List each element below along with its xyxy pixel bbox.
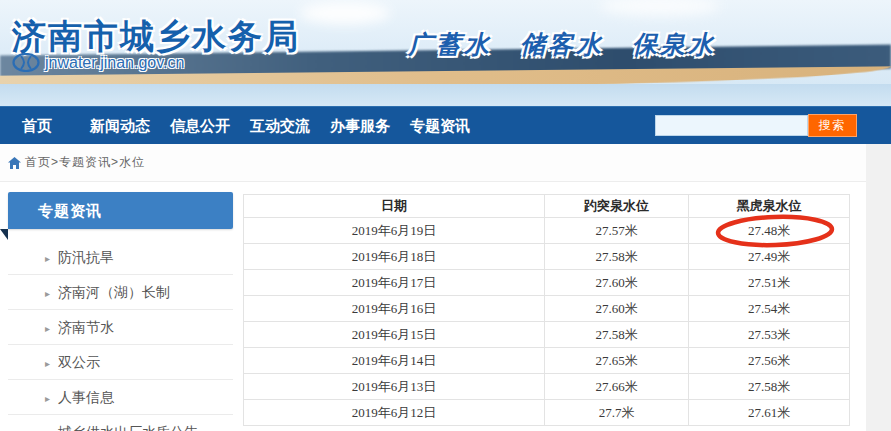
- main-nav: 首页 新闻动态 信息公开 互动交流 办事服务 专题资讯 搜索: [0, 106, 891, 144]
- nav-item-home[interactable]: 首页: [22, 107, 52, 145]
- date-cell: 2019年6月16日: [244, 296, 545, 322]
- nav-item-info-disclosure[interactable]: 信息公开: [170, 107, 230, 145]
- nav-item-news[interactable]: 新闻动态: [90, 107, 150, 145]
- cloud-decoration: [600, 0, 720, 16]
- date-cell: 2019年6月18日: [244, 244, 545, 270]
- sidebar-item-personnel-info[interactable]: ▸人事信息: [8, 380, 233, 415]
- table-row: 2019年6月19日 27.57米 27.48米: [244, 218, 850, 244]
- sidebar-menu: ▸防汛抗旱 ▸济南河（湖）长制 ▸济南节水 ▸双公示 ▸人事信息 ▸城乡供水出厂…: [8, 240, 233, 431]
- breadcrumb: 首页>专题资讯>水位: [0, 144, 866, 182]
- baotu-level-cell: 27.65米: [545, 348, 689, 374]
- black-tiger-level-cell: 27.56米: [689, 348, 850, 374]
- sidebar-item-water-quality[interactable]: ▸城乡供水出厂水质公告: [8, 415, 233, 431]
- site-banner: 济南市城乡水务局 jnwater.jinan.gov.cn 广蓄水 储客水 保泉…: [0, 0, 891, 106]
- table-row: 2019年6月12日 27.7米 27.61米: [244, 400, 850, 426]
- table-header-row: 日期 趵突泉水位 黑虎泉水位: [244, 195, 850, 218]
- water-level-table-container: 日期 趵突泉水位 黑虎泉水位 2019年6月19日 27.57米 27.48米 …: [243, 194, 849, 426]
- date-cell: 2019年6月13日: [244, 374, 545, 400]
- date-cell: 2019年6月14日: [244, 348, 545, 374]
- site-slogan: 广蓄水 储客水 保泉水: [408, 28, 716, 61]
- baotu-level-cell: 27.58米: [545, 322, 689, 348]
- col-header-baotu-spring: 趵突泉水位: [545, 195, 689, 218]
- table-row: 2019年6月15日 27.58米 27.53米: [244, 322, 850, 348]
- table-row: 2019年6月17日 27.60米 27.51米: [244, 270, 850, 296]
- black-tiger-level-cell: 27.53米: [689, 322, 850, 348]
- search-button[interactable]: 搜索: [808, 114, 857, 137]
- black-tiger-level-cell: 27.54米: [689, 296, 850, 322]
- date-cell: 2019年6月15日: [244, 322, 545, 348]
- page: 济南市城乡水务局 jnwater.jinan.gov.cn 广蓄水 储客水 保泉…: [0, 0, 891, 431]
- table-row: 2019年6月13日 27.66米 27.58米: [244, 374, 850, 400]
- black-tiger-level-cell: 27.49米: [689, 244, 850, 270]
- nav-item-special-topics[interactable]: 专题资讯: [410, 107, 470, 145]
- table-row: 2019年6月16日 27.60米 27.54米: [244, 296, 850, 322]
- black-tiger-level-cell: 27.58米: [689, 374, 850, 400]
- table-row: 2019年6月14日 27.65米 27.56米: [244, 348, 850, 374]
- date-cell: 2019年6月17日: [244, 270, 545, 296]
- sidebar-item-river-lake-chief[interactable]: ▸济南河（湖）长制: [8, 275, 233, 310]
- chevron-right-icon: ▸: [45, 323, 50, 334]
- water-level-table: 日期 趵突泉水位 黑虎泉水位 2019年6月19日 27.57米 27.48米 …: [243, 194, 850, 426]
- baotu-level-cell: 27.66米: [545, 374, 689, 400]
- home-icon: [8, 157, 21, 169]
- baotu-level-cell: 27.7米: [545, 400, 689, 426]
- baotu-level-cell: 27.60米: [545, 296, 689, 322]
- baotu-level-cell: 27.57米: [545, 218, 689, 244]
- site-url: jnwater.jinan.gov.cn: [45, 54, 184, 72]
- cloud-decoration: [300, 2, 390, 24]
- nav-item-interaction[interactable]: 互动交流: [250, 107, 310, 145]
- ribbon-fold-decoration: [0, 229, 8, 240]
- black-tiger-level-cell: 27.51米: [689, 270, 850, 296]
- baotu-level-cell: 27.60米: [545, 270, 689, 296]
- col-header-black-tiger-spring: 黑虎泉水位: [689, 195, 850, 218]
- site-logo-icon: [12, 53, 40, 72]
- black-tiger-level-cell: 27.48米: [689, 218, 850, 244]
- nav-item-services[interactable]: 办事服务: [330, 107, 390, 145]
- black-tiger-level-cell: 27.61米: [689, 400, 850, 426]
- sidebar-item-flood-control[interactable]: ▸防汛抗旱: [8, 240, 233, 275]
- sidebar-title: 专题资讯: [8, 192, 233, 229]
- sidebar: 专题资讯 ▸防汛抗旱 ▸济南河（湖）长制 ▸济南节水 ▸双公示 ▸人事信息 ▸城…: [0, 192, 233, 431]
- chevron-right-icon: ▸: [45, 253, 50, 264]
- chevron-right-icon: ▸: [45, 288, 50, 299]
- sidebar-item-double-publicity[interactable]: ▸双公示: [8, 345, 233, 380]
- search-input[interactable]: [655, 115, 808, 136]
- water-decoration: [0, 84, 891, 106]
- page-gutter: [866, 144, 891, 431]
- sidebar-item-water-saving[interactable]: ▸济南节水: [8, 310, 233, 345]
- chevron-right-icon: ▸: [45, 358, 50, 369]
- chevron-right-icon: ▸: [45, 393, 50, 404]
- date-cell: 2019年6月12日: [244, 400, 545, 426]
- date-cell: 2019年6月19日: [244, 218, 545, 244]
- table-row: 2019年6月18日 27.58米 27.49米: [244, 244, 850, 270]
- col-header-date: 日期: [244, 195, 545, 218]
- baotu-level-cell: 27.58米: [545, 244, 689, 270]
- breadcrumb-text[interactable]: 首页>专题资讯>水位: [25, 154, 145, 171]
